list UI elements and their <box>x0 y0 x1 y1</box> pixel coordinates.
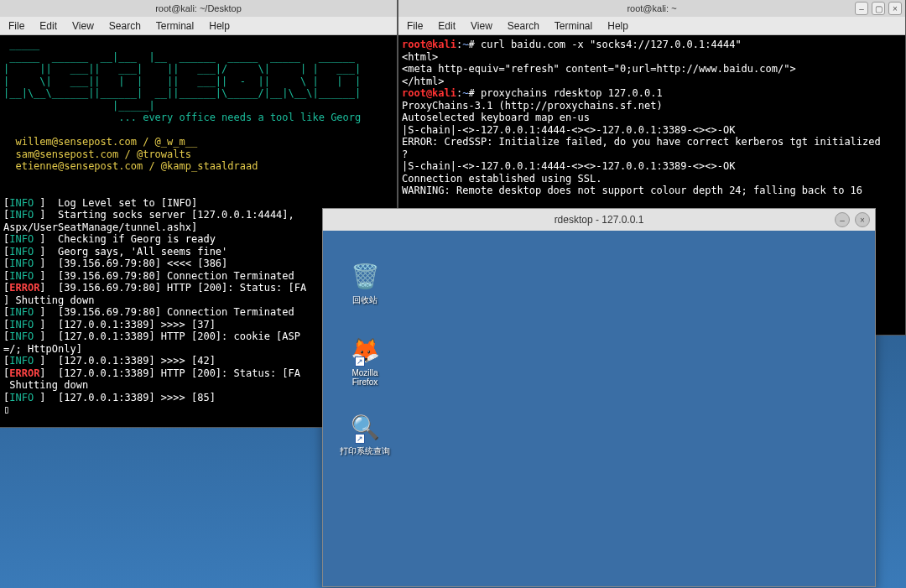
menu-edit[interactable]: Edit <box>438 20 456 32</box>
firefox-icon: 🦊↗ <box>348 333 382 367</box>
menu-view[interactable]: View <box>471 20 492 32</box>
icon-label: 回收站 <box>335 294 395 306</box>
menu-help[interactable]: Help <box>607 20 628 32</box>
print-query-icon: 🔍↗ <box>348 410 382 444</box>
desktop-icon-recycle-bin[interactable]: 🗑️回收站 <box>335 259 395 306</box>
title-text: root@kali: ~/Desktop <box>155 3 242 13</box>
desktop-icon-print-query[interactable]: 🔍↗打印系统查询 <box>335 410 395 457</box>
menu-file[interactable]: File <box>8 20 24 32</box>
shortcut-arrow-icon: ↗ <box>355 356 365 367</box>
remote-desktop-area[interactable]: 🗑️回收站🦊↗Mozilla Firefox🔍↗打印系统查询 <box>323 231 875 586</box>
menu-view[interactable]: View <box>72 20 94 32</box>
menubar-left[interactable]: File Edit View Search Terminal Help <box>0 17 397 35</box>
menu-terminal[interactable]: Terminal <box>555 20 592 32</box>
recycle-bin-icon: 🗑️ <box>348 259 382 293</box>
titlebar-rdesktop[interactable]: rdesktop - 127.0.0.1 – × <box>323 209 875 231</box>
minimize-button[interactable]: – <box>855 2 868 15</box>
close-button[interactable]: × <box>888 2 902 15</box>
minimize-button[interactable]: – <box>835 212 850 227</box>
maximize-button[interactable]: ▢ <box>872 2 885 15</box>
icon-label: Mozilla Firefox <box>335 368 395 387</box>
menu-help[interactable]: Help <box>209 20 230 32</box>
menubar-right[interactable]: File Edit View Search Terminal Help <box>398 17 905 35</box>
title-text: rdesktop - 127.0.0.1 <box>555 214 644 226</box>
shortcut-arrow-icon: ↗ <box>355 434 365 444</box>
close-button[interactable]: × <box>855 212 870 227</box>
menu-file[interactable]: File <box>407 20 423 32</box>
desktop-icon-firefox[interactable]: 🦊↗Mozilla Firefox <box>335 333 395 387</box>
terminal-right-body[interactable]: root@kali:~# curl baidu.com -x "socks4:/… <box>398 35 905 200</box>
titlebar-left[interactable]: root@kali: ~/Desktop <box>0 0 397 17</box>
titlebar-right[interactable]: root@kali: ~ – ▢ × <box>398 0 905 17</box>
menu-search[interactable]: Search <box>508 20 539 32</box>
rdesktop-window: rdesktop - 127.0.0.1 – × 🗑️回收站🦊↗Mozilla … <box>322 208 876 587</box>
menu-search[interactable]: Search <box>109 20 141 32</box>
icon-label: 打印系统查询 <box>335 445 395 457</box>
menu-edit[interactable]: Edit <box>39 20 57 32</box>
menu-terminal[interactable]: Terminal <box>156 20 194 32</box>
title-text: root@kali: ~ <box>627 3 676 13</box>
